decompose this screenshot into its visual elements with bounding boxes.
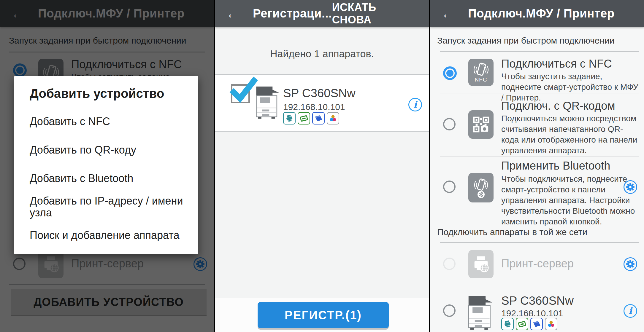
menu-item-add-qr[interactable]: Добавить по QR-коду	[30, 144, 136, 156]
device-list-item[interactable]: SP C360SNw 192.168.10.101 i	[215, 75, 429, 131]
menu-item-add-nfc[interactable]: Добавить с NFC	[30, 116, 110, 127]
capability-icons	[501, 318, 557, 330]
quick-connect-section-label: Запуск задания при быстром подключении	[437, 36, 615, 46]
print-server-radio[interactable]	[443, 258, 456, 270]
panel-registration: ← Регистраци... ИСКАТЬ СНОВА Найдено 1 а…	[215, 0, 429, 332]
same-network-section-label: Подключить аппараты в той же сети	[437, 227, 587, 237]
device-radio[interactable]	[443, 304, 456, 317]
page-title: Регистраци...	[253, 7, 332, 20]
middle-app-bar: ← Регистраци... ИСКАТЬ СНОВА	[215, 0, 429, 27]
add-device-dialog: Добавить устройство Добавить с NFC Добав…	[14, 76, 198, 254]
screenshot-root: ← Подключ.МФУ / Принтер Запуск задания п…	[0, 0, 644, 332]
qr-code-camera-icon	[468, 110, 494, 139]
nfc-option-desc: Чтобы запустить задание, поднесите смарт…	[501, 71, 638, 103]
device-name: SP C360SNw	[283, 87, 356, 100]
bluetooth-option-title: Применить Bluetooth	[501, 159, 610, 172]
nfc-option-title: Подключиться с NFC	[501, 58, 612, 70]
page-title: Подключ.МФУ / Принтер	[468, 7, 615, 20]
device-info-icon[interactable]: i	[408, 98, 422, 111]
copy-capability-icon	[312, 112, 325, 124]
checkmark-icon	[227, 75, 258, 103]
bluetooth-phone-icon	[468, 173, 494, 202]
divider	[440, 51, 639, 52]
device-name: SP C360SNw	[501, 294, 574, 307]
right-app-bar: ← Подключ.МФУ / Принтер	[430, 0, 644, 27]
scanner-capability-icon	[298, 112, 310, 124]
divider	[440, 93, 639, 93]
scanner-capability-icon	[516, 318, 528, 330]
bluetooth-option-desc: Чтобы подключиться, поднесите смарт-устр…	[501, 174, 638, 227]
panel-connect-mfp-dimmed: ← Подключ.МФУ / Принтер Запуск задания п…	[0, 0, 214, 332]
device-ip: 192.168.10.101	[283, 102, 345, 112]
search-again-button[interactable]: ИСКАТЬ СНОВА	[332, 1, 415, 26]
printer-capability-icon	[501, 318, 514, 330]
found-devices-text: Найдено 1 аппаратов.	[215, 48, 429, 60]
divider	[215, 131, 429, 132]
qr-option-desc: Подключиться можно посредством считывани…	[501, 113, 638, 156]
menu-item-search-add[interactable]: Поиск и добавление аппарата	[30, 229, 179, 241]
mfp-printer-image	[467, 293, 493, 331]
print-server-settings-gear-icon[interactable]	[624, 257, 637, 271]
qr-option-title: Подключ. с QR-кодом	[501, 100, 615, 112]
divider	[440, 242, 639, 243]
color-capability-icon	[545, 318, 557, 330]
nfc-phone-icon: NFC	[468, 59, 494, 86]
back-arrow-icon[interactable]: ←	[441, 7, 454, 20]
bluetooth-radio[interactable]	[443, 181, 456, 193]
copy-capability-icon	[530, 318, 543, 330]
bottom-action-bar: РЕГИСТР.(1)	[215, 298, 429, 332]
device-ip: 192.168.10.101	[501, 308, 563, 318]
print-server-icon	[468, 250, 494, 278]
print-server-label: Принт-сервер	[501, 257, 574, 270]
printer-capability-icon	[283, 112, 296, 124]
nfc-radio[interactable]	[443, 66, 457, 80]
bluetooth-settings-gear-icon[interactable]	[624, 180, 637, 194]
divider	[440, 156, 639, 157]
device-info-icon[interactable]: i	[624, 304, 637, 318]
back-arrow-icon[interactable]: ←	[226, 7, 239, 20]
register-button[interactable]: РЕГИСТР.(1)	[258, 302, 389, 328]
nfc-icon-label: NFC	[475, 76, 487, 83]
panel-connect-mfp: ← Подключ.МФУ / Принтер Запуск задания п…	[430, 0, 644, 332]
menu-item-add-ip[interactable]: Добавить по IP-адресу / имени узла	[30, 195, 196, 219]
color-capability-icon	[327, 112, 339, 124]
dialog-title: Добавить устройство	[30, 87, 164, 101]
capability-icons	[283, 112, 339, 124]
mfp-printer-image	[255, 84, 280, 120]
qr-radio[interactable]	[443, 118, 456, 130]
menu-item-add-bluetooth[interactable]: Добавить с Bluetooth	[30, 173, 133, 184]
